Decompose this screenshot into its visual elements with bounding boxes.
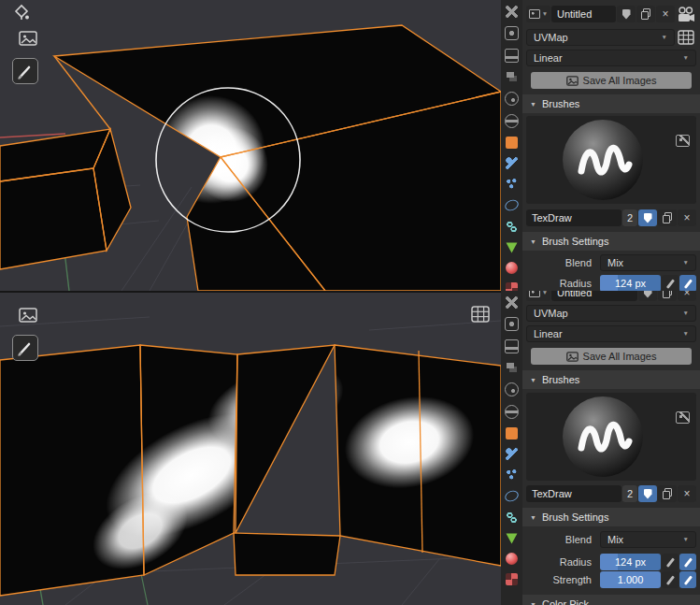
draw-tool-button-active[interactable]: [12, 58, 38, 84]
blend-label: Blend: [526, 254, 599, 271]
interpolation-dropdown[interactable]: Linear ▼: [526, 325, 696, 342]
brush-fake-user-button[interactable]: [638, 209, 657, 226]
brush-preview-sphere[interactable]: [562, 119, 644, 201]
strength-pressure-button[interactable]: [662, 571, 679, 588]
duplicate-brush-button[interactable]: [658, 485, 677, 502]
tab-view-layer-icon[interactable]: [506, 71, 518, 83]
tab-particles-icon[interactable]: [506, 178, 518, 190]
tab-tool-icon[interactable]: [506, 6, 518, 18]
duplicate-image-button[interactable]: [658, 291, 677, 301]
tab-material-icon[interactable]: [506, 262, 518, 274]
grid-overlay-button[interactable]: [471, 306, 490, 324]
radius-value: 124 px: [615, 278, 646, 289]
image-browse-dropdown[interactable]: ▼: [526, 291, 550, 301]
unlink-image-button[interactable]: ×: [678, 291, 696, 301]
tab-render-icon[interactable]: [505, 317, 519, 331]
tab-constraints-icon[interactable]: [506, 221, 518, 233]
unlink-brush-button[interactable]: ×: [678, 209, 696, 226]
save-all-images-button[interactable]: Save All Images: [531, 72, 692, 89]
brushes-panel-header[interactable]: ▼ Brushes: [522, 370, 700, 389]
tab-modifiers-icon[interactable]: [506, 448, 518, 460]
tab-particles-icon[interactable]: [506, 468, 518, 481]
tab-physics-icon[interactable]: [504, 198, 521, 213]
brush-name-field[interactable]: TexDraw: [526, 209, 621, 226]
brush-preview-sphere[interactable]: [562, 396, 644, 478]
viewport-bottom[interactable]: [0, 293, 501, 605]
tab-object-icon[interactable]: [506, 427, 518, 439]
unlink-image-button[interactable]: ×: [656, 6, 675, 22]
radius-row: Radius 124 px: [526, 554, 696, 570]
fill-tool-button[interactable]: [11, 3, 30, 23]
image-tool-button[interactable]: [19, 308, 37, 324]
tab-scene-icon[interactable]: [505, 92, 519, 106]
tab-texture-icon[interactable]: [506, 573, 518, 585]
unlink-brush-button[interactable]: ×: [678, 485, 696, 502]
fake-user-button[interactable]: [617, 6, 636, 22]
brush-fake-user-button[interactable]: [638, 485, 657, 502]
disclosure-triangle-icon: ▼: [530, 601, 536, 605]
tab-object-data-icon[interactable]: [506, 532, 518, 544]
strength-pressure-toggle-button[interactable]: [679, 571, 696, 588]
radius-slider[interactable]: 124 px: [600, 554, 661, 570]
save-all-images-button[interactable]: Save All Images: [531, 348, 692, 365]
tab-constraints-icon[interactable]: [506, 511, 518, 524]
radius-slider[interactable]: 124 px: [600, 275, 661, 291]
strength-row: Strength 1.000: [526, 571, 696, 588]
blend-dropdown[interactable]: Mix ▼: [600, 531, 696, 548]
tab-scene-icon[interactable]: [505, 382, 519, 396]
tab-render-icon[interactable]: [505, 26, 519, 40]
image-tool-button[interactable]: [19, 31, 37, 48]
grid-view-button[interactable]: [676, 29, 696, 46]
tab-material-icon[interactable]: [506, 553, 518, 565]
brush-name-field[interactable]: TexDraw: [526, 485, 621, 502]
save-all-images-label: Save All Images: [583, 351, 657, 362]
uv-map-dropdown[interactable]: UVMap ▼: [526, 29, 675, 46]
image-name-field[interactable]: Untitled: [551, 6, 616, 22]
tab-object-data-icon[interactable]: [506, 241, 518, 253]
duplicate-image-button[interactable]: [636, 6, 655, 22]
brushes-header-label: Brushes: [542, 374, 579, 385]
tab-physics-icon[interactable]: [504, 489, 521, 504]
tab-world-icon[interactable]: [505, 114, 519, 128]
brush-users-count[interactable]: 2: [622, 209, 637, 226]
radius-pressure-toggle-button[interactable]: [679, 275, 696, 291]
tab-output-icon[interactable]: [505, 49, 519, 63]
tab-view-layer-icon[interactable]: [506, 362, 518, 374]
uv-map-dropdown[interactable]: UVMap ▼: [526, 305, 696, 322]
fake-user-button[interactable]: [638, 291, 657, 301]
image-name-text: Untitled: [557, 291, 592, 298]
image-browse-dropdown[interactable]: ▼: [526, 6, 550, 22]
image-name-field[interactable]: Untitled: [551, 291, 637, 301]
viewport-top[interactable]: [0, 0, 501, 293]
brushes-panel-header[interactable]: ▼ Brushes: [522, 94, 700, 113]
tab-world-icon[interactable]: [505, 405, 519, 419]
preview-browse-icon[interactable]: [676, 135, 690, 147]
brush-users-count[interactable]: 2: [622, 485, 637, 502]
color-picker-header-clipped[interactable]: ▼ Color Pick...: [522, 595, 700, 605]
shield-icon: [644, 291, 652, 298]
strength-slider[interactable]: 1.000: [600, 571, 661, 588]
draw-tool-button-active[interactable]: [12, 335, 38, 361]
interpolation-dropdown[interactable]: Linear ▼: [526, 50, 696, 66]
blend-dropdown[interactable]: Mix ▼: [600, 254, 696, 271]
radius-pressure-button[interactable]: [662, 275, 679, 291]
image-datablock-row: ▼ Untitled ×: [526, 6, 696, 22]
viewport-top-canvas[interactable]: [0, 0, 501, 291]
tab-object-icon[interactable]: [506, 137, 518, 149]
tab-modifiers-icon[interactable]: [506, 157, 518, 169]
brush-settings-header[interactable]: ▼ Brush Settings: [522, 508, 700, 526]
brush-datablock-row: TexDraw 2 ×: [526, 485, 696, 502]
draw-brush-icon: [14, 60, 36, 82]
viewport-bottom-canvas[interactable]: [0, 293, 501, 605]
image-icon: [19, 308, 37, 323]
save-row: Save All Images: [531, 72, 692, 89]
tab-tool-icon[interactable]: [506, 296, 518, 309]
brush-settings-header[interactable]: ▼ Brush Settings: [522, 232, 700, 251]
duplicate-brush-button[interactable]: [658, 209, 677, 226]
tab-output-icon[interactable]: [505, 339, 519, 353]
radius-pressure-button[interactable]: [662, 554, 679, 570]
preview-browse-icon[interactable]: [676, 411, 690, 424]
radius-pressure-toggle-button[interactable]: [679, 554, 696, 570]
camera-view-button[interactable]: [676, 6, 696, 22]
tab-texture-icon[interactable]: [506, 282, 518, 291]
